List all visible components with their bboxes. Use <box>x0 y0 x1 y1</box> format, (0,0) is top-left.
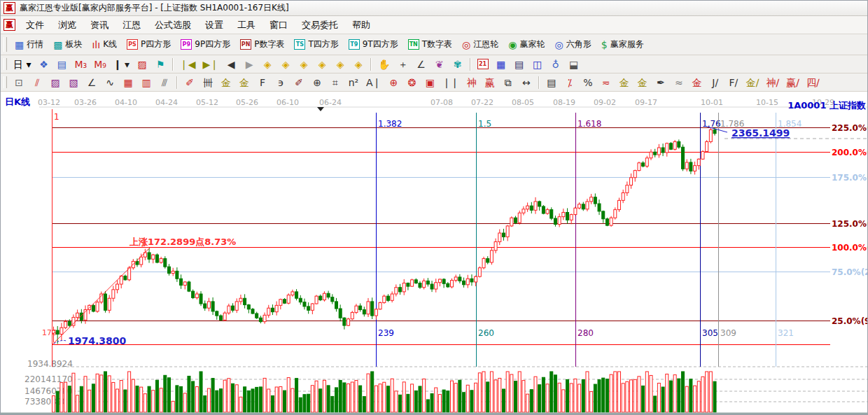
next-bar-button[interactable]: ▶ <box>240 57 258 71</box>
waves-tool[interactable]: ≈ <box>670 76 688 90</box>
j-slope-tool[interactable]: J∕ <box>706 76 724 90</box>
window-layout-icon[interactable]: ❖ <box>34 57 52 71</box>
info-panel-icon[interactable]: ▤ <box>52 57 71 71</box>
pen-tool[interactable]: ✐ <box>181 76 199 90</box>
ink-pen-tool[interactable]: ✒ <box>652 76 670 90</box>
gann-wheel-button[interactable]: ◎江恩轮 <box>457 36 503 52</box>
calendar-icon[interactable]: 21 <box>474 57 492 71</box>
pattern-box-icon[interactable]: ▨ <box>133 57 151 71</box>
zoom-h-compress-icon[interactable]: ◈ <box>313 57 331 71</box>
menu-item-1[interactable]: 文件 <box>20 17 50 34</box>
gold-red-tool[interactable]: 金 <box>688 76 706 90</box>
quotes-button[interactable]: ▦行情 <box>10 36 48 52</box>
chart-area[interactable]: 日K线 1A0001 上证指数 03-1203-2604-1004-2405-1… <box>1 92 868 415</box>
menu-item-3[interactable]: 资讯 <box>84 17 115 34</box>
gold-slope-tool[interactable]: 金∕ <box>743 76 763 90</box>
web-share-icon[interactable]: ♁ <box>547 57 565 71</box>
shaded-box-tool[interactable]: ▨ <box>46 76 64 90</box>
percent-tool[interactable]: % <box>579 76 597 90</box>
winner-wheel-button[interactable]: ◉赢家轮 <box>503 36 550 52</box>
gold-tool[interactable]: 金 <box>217 76 235 90</box>
t-table-button[interactable]: TNT数字表 <box>403 36 457 52</box>
angle-tool-button[interactable]: ∠ <box>412 57 430 71</box>
gann-fan-tool[interactable]: ⫽ <box>28 76 46 90</box>
ruler-grid-tool[interactable]: ⧉ <box>499 76 517 90</box>
f-slope-tool[interactable]: F∕ <box>724 76 743 90</box>
calculator-icon[interactable]: ▦ <box>492 57 510 71</box>
red-grid2-tool[interactable]: ▥ <box>137 76 155 90</box>
shaded-grid-tool[interactable]: ▧ <box>64 76 83 90</box>
ornament-tool-button[interactable]: ❦ <box>430 57 449 71</box>
menu-item-6[interactable]: 设置 <box>199 17 230 34</box>
ninet-square-button[interactable]: T99T四方形 <box>344 36 403 52</box>
candlestick-chart-canvas[interactable]: 03-1203-2604-1004-2405-1205-2606-1006-24… <box>1 92 868 415</box>
toolbar-grip[interactable] <box>4 76 7 89</box>
save-icon[interactable]: ◫ <box>528 57 547 71</box>
ninep-square-button[interactable]: P99P四方形 <box>176 36 235 52</box>
slash-lines-tool[interactable]: ⫻ <box>155 76 174 90</box>
ruler-tool[interactable]: ▤ <box>542 76 561 90</box>
zoom-left-icon[interactable]: ◈ <box>258 57 276 71</box>
menu-item-10[interactable]: 帮助 <box>346 17 377 34</box>
winner-service-button[interactable]: $赢家服务 <box>596 36 649 52</box>
shen-grid-tool[interactable]: 神 <box>463 76 481 90</box>
a-bar-tool[interactable]: A❘ <box>363 76 384 90</box>
red-target-tool[interactable]: ⊕ <box>384 76 402 90</box>
wave9-icon[interactable]: M₉ <box>90 57 110 71</box>
spiral-tool[interactable]: ϶ <box>272 76 290 90</box>
gold-circle-tool[interactable]: 金 <box>615 76 634 90</box>
shen-slope-tool[interactable]: 神∕ <box>763 76 783 90</box>
circle-comb-tool[interactable]: ⊕ <box>308 76 326 90</box>
first-bar-button[interactable]: ❘◀ <box>176 57 200 71</box>
sectors-button[interactable]: ▩板块 <box>48 36 87 52</box>
menu-item-2[interactable]: 浏览 <box>52 17 83 34</box>
p-table-button[interactable]: PNP数字表 <box>235 36 289 52</box>
ying-grid-tool[interactable]: 赢 <box>481 76 499 90</box>
pen2-tool[interactable]: ✐ <box>290 76 308 90</box>
zoom-right-icon[interactable]: ◈ <box>276 57 295 71</box>
angle-line-tool[interactable]: ∠ <box>83 76 101 90</box>
network-tool-button[interactable]: ✾ <box>449 57 467 71</box>
menu-item-8[interactable]: 窗口 <box>263 17 294 34</box>
toolbar-grip[interactable] <box>4 37 7 51</box>
zoom-v-expand-icon[interactable]: ◈ <box>349 57 368 71</box>
menu-item-9[interactable]: 交易委托 <box>295 17 344 34</box>
flag-icon[interactable]: ⚑ <box>151 57 169 71</box>
computer-icon[interactable]: ⬓ <box>565 57 583 71</box>
kline-button[interactable]: ılıK线 <box>87 36 122 52</box>
slope-pct-tool[interactable]: ⁒ <box>561 76 579 90</box>
period-selector[interactable]: 日 ▾ <box>10 57 34 71</box>
f-comb-tool[interactable]: F <box>253 76 272 90</box>
toolbar-grip[interactable] <box>4 58 7 71</box>
t-square-button[interactable]: TST四方形 <box>289 36 343 52</box>
red-grid-tool[interactable]: ▦ <box>119 76 137 90</box>
prev-bar-button[interactable]: ◀ <box>222 57 240 71</box>
pct-lines-tool[interactable]: ≂ <box>597 76 615 90</box>
crosshair-tool-button[interactable]: ＋ <box>394 57 412 71</box>
n2-tool[interactable]: n² <box>344 76 363 90</box>
wave3-icon[interactable]: M₃ <box>71 57 90 71</box>
bar-style-selector[interactable]: ❙ ▾ <box>110 57 133 71</box>
ying-slope-tool[interactable]: 赢∕ <box>783 76 803 90</box>
comb2-tool[interactable]: ⌗ <box>326 76 344 90</box>
hexagon-button[interactable]: ◎六角形 <box>550 36 596 52</box>
wave-tool[interactable]: ∿ <box>101 76 119 90</box>
menu-item-7[interactable]: 工具 <box>231 17 262 34</box>
zoom-h-expand-icon[interactable]: ◈ <box>295 57 313 71</box>
h-arrows-tool[interactable]: ↔ <box>517 76 536 90</box>
menu-item-4[interactable]: 江恩 <box>116 17 147 34</box>
menu-item-5[interactable]: 公式选股 <box>148 17 197 34</box>
bars-tool[interactable]: ❘❘ <box>439 76 462 90</box>
star-grid-tool[interactable]: ❂ <box>402 76 421 90</box>
comb-tool[interactable]: 卌 <box>199 76 217 90</box>
four-slope-tool[interactable]: 四∕ <box>803 76 823 90</box>
box-target-tool[interactable]: ▣ <box>421 76 439 90</box>
zoom-v-compress-icon[interactable]: ◈ <box>331 57 349 71</box>
notes-icon[interactable]: ▤ <box>510 57 528 71</box>
hand-tool-button[interactable]: ✋ <box>374 57 393 71</box>
p-square-button[interactable]: PSP四方形 <box>122 36 176 52</box>
gold-underline-tool[interactable]: 金 <box>634 76 652 90</box>
last-bar-button[interactable]: ▶❘ <box>200 57 223 71</box>
box-measure-tool[interactable]: ⊡ <box>10 76 28 90</box>
gold-line-tool[interactable]: 金 <box>235 76 253 90</box>
